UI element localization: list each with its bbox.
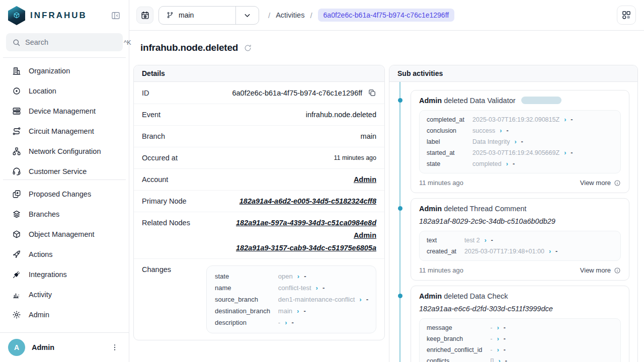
view-more-button[interactable]: View more: [580, 179, 621, 187]
breadcrumb-separator: /: [268, 11, 270, 20]
change-arrow-icon: [497, 346, 499, 353]
nav-group-app: Proposed Changes Branches Object Managem…: [0, 180, 129, 329]
timeline: Admin deleted Data Validator completed_a…: [389, 82, 637, 362]
components-icon: [621, 10, 631, 20]
sidebar-item-actions[interactable]: Actions: [0, 244, 129, 264]
details-row-event: Event infrahub.node.deleted: [134, 104, 384, 126]
search-input[interactable]: ^K: [6, 33, 123, 51]
skeleton-badge: [521, 97, 561, 104]
primary-node-link[interactable]: 182a91a4-a6d2-e005-34d5-c5182324cff8: [239, 197, 376, 205]
branch-selector[interactable]: main: [158, 6, 259, 25]
account-link[interactable]: Admin: [354, 175, 376, 184]
sidebar-item-proposed-changes[interactable]: Proposed Changes: [0, 184, 129, 204]
sidebar-item-network-configuration[interactable]: Network Configuration: [0, 141, 129, 161]
row-label: ID: [142, 89, 149, 97]
building-icon: [12, 66, 21, 75]
schema-visualizer-button[interactable]: [617, 6, 636, 25]
details-row-primary-node: Primary Node 182a91a4-a6d2-e005-34d5-c51…: [134, 191, 384, 212]
sub-activity-entry: Admin deleted Data Check 182a91aa-e6c6-d…: [411, 286, 629, 362]
entry-node-id: 182a91aa-e6c6-d2fd-303d-c511f3999dce: [419, 305, 621, 313]
sidebar-item-label: Network Configuration: [29, 147, 101, 155]
change-arrow-icon: [485, 237, 487, 244]
sidebar-item-circuit-management[interactable]: Circuit Management: [0, 121, 129, 141]
event-value: infrahub.node.deleted: [306, 111, 376, 119]
breadcrumb: / Activities / 6a0f2e6c-b61a-4f75-b974-c…: [268, 9, 454, 22]
change-arrow-icon: [564, 149, 566, 156]
sub-activity-entry: Admin deleted Thread Comment 182a91af-80…: [411, 198, 629, 281]
refresh-icon[interactable]: [244, 44, 252, 52]
change-row: description --: [215, 317, 368, 328]
collapse-sidebar-icon[interactable]: [110, 10, 122, 22]
change-arrow-icon: [549, 248, 551, 255]
change-arrow-icon: [514, 138, 516, 145]
sidebar-item-label: Device Management: [29, 107, 96, 115]
details-row-related-nodes: Related Nodes 182a91ae-597a-4399-34d3-c5…: [134, 212, 384, 259]
sitemap-icon: [12, 147, 21, 156]
page-header: infrahub.node.deleted: [129, 31, 644, 53]
view-more-button[interactable]: View more: [580, 266, 621, 274]
sidebar-item-integrations[interactable]: Integrations: [0, 264, 129, 285]
sidebar-item-activity[interactable]: Activity: [0, 285, 129, 305]
change-row: name conflict-test-: [215, 282, 368, 294]
sidebar-item-label: Proposed Changes: [29, 190, 91, 198]
calendar-clock-icon: [140, 11, 150, 20]
sidebar-item-label: Organization: [29, 67, 70, 75]
sidebar-item-organization[interactable]: Organization: [0, 61, 129, 81]
fields-box: texttest 2- created_at2025-03-07T17:19:4…: [419, 231, 621, 261]
details-row-occured-at: Occured at 11 minutes ago: [134, 147, 384, 169]
logo-row: INFRAHUB: [0, 0, 129, 29]
sidebar-item-admin[interactable]: Admin: [0, 305, 129, 325]
entry-title: Admin deleted Thread Comment: [419, 205, 621, 213]
change-row: state open-: [215, 270, 368, 282]
sub-activity-entry: Admin deleted Data Validator completed_a…: [411, 90, 629, 193]
related-node-link[interactable]: Admin: [354, 231, 376, 239]
route-icon: [12, 127, 21, 136]
change-arrow-icon: [497, 335, 499, 342]
timeline-dot-icon: [398, 294, 403, 298]
related-node-link[interactable]: 182a91ae-597a-4399-34d3-c51ca0984e8d: [236, 219, 376, 227]
search-icon: [12, 38, 21, 47]
change-row: destination_branch main-: [215, 305, 368, 317]
sidebar-item-branches[interactable]: Branches: [0, 204, 129, 224]
sidebar-item-device-management[interactable]: Device Management: [0, 101, 129, 121]
sidebar-item-label: Object Management: [29, 230, 95, 238]
time-travel-button[interactable]: [136, 7, 153, 24]
sidebar-item-customer-service[interactable]: Customer Service: [0, 161, 129, 179]
entry-title: Admin deleted Data Validator: [419, 97, 621, 105]
change-arrow-icon: [498, 357, 500, 362]
related-node-link[interactable]: 182a91a9-3157-cab9-34dc-c51975e6805a: [236, 244, 376, 252]
changes-box: state open- name conflict-test- source_b…: [206, 265, 376, 333]
id-value: 6a0f2e6c-b61a-4f75-b974-c76c1e1296ff: [232, 89, 362, 97]
copy-icon[interactable]: [368, 88, 376, 97]
change-arrow-icon: [297, 307, 299, 315]
branch-value: main: [361, 132, 376, 140]
location-icon: [12, 86, 21, 96]
content-columns: Details ID 6a0f2e6c-b61a-4f75-b974-c76c1…: [129, 53, 644, 362]
user-menu[interactable]: A Admin: [0, 332, 129, 362]
user-name: Admin: [32, 343, 54, 351]
change-arrow-icon: [506, 160, 508, 167]
details-card-header: Details: [134, 65, 384, 82]
sidebar-item-label: Branches: [29, 210, 59, 218]
search-field[interactable]: [25, 38, 119, 46]
bar-chart-icon: [12, 290, 21, 299]
breadcrumb-current-id[interactable]: 6a0f2e6c-b61a-4f75-b974-c76c1e1296ff: [318, 9, 455, 22]
fields-box: completed_at2025-03-07T16:19:32.090815Z-…: [419, 110, 621, 173]
breadcrumb-activities[interactable]: Activities: [276, 11, 304, 19]
timeline-dot-icon: [398, 98, 403, 103]
git-branch-icon: [166, 11, 174, 19]
change-arrow-icon: [316, 284, 318, 292]
change-row: source_branch den1-maintenance-conflict-: [215, 294, 368, 305]
cube-icon: [12, 230, 21, 239]
details-row-changes: Changes state open- name conflict-test- …: [134, 259, 384, 340]
sidebar-item-object-management[interactable]: Object Management: [0, 224, 129, 244]
row-label: Related Nodes: [142, 219, 190, 227]
entry-timestamp: 11 minutes ago: [419, 266, 463, 274]
sidebar-item-location[interactable]: Location: [0, 81, 129, 101]
info-icon: [614, 179, 621, 187]
timeline-line: [399, 82, 400, 362]
sub-activities-card: Sub activities Admin deleted Data Valida…: [389, 65, 638, 362]
chevron-down-icon: [236, 7, 259, 24]
kebab-menu-icon[interactable]: [109, 341, 121, 353]
row-label: Event: [142, 111, 160, 119]
